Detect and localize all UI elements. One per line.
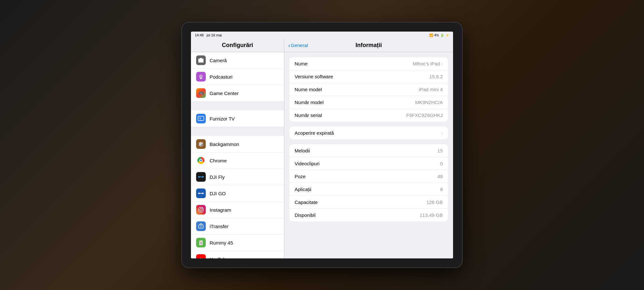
- info-value-aplicatii: 8: [440, 187, 443, 192]
- gamecenter-label: Game Center: [210, 91, 239, 96]
- svg-point-15: [200, 209, 202, 211]
- info-label-videoclipuri: Videoclipuri: [295, 161, 319, 166]
- right-panel: ‹ General Informații Nume Mihoc's iPad ›: [284, 39, 453, 258]
- info-label-versiune: Versiune software: [295, 74, 333, 79]
- chrome-icon: [196, 156, 206, 165]
- info-row-versiune: Versiune software 15.8.2: [289, 70, 448, 83]
- sidebar-item-itransfer[interactable]: iTransfer: [191, 218, 284, 235]
- wifi-icon: 📶: [429, 34, 433, 37]
- nav-header: ‹ General Informații: [284, 39, 453, 52]
- info-label-acoperire: Acoperire expirată: [295, 130, 334, 136]
- svg-marker-19: [200, 258, 203, 258]
- info-value-acoperire: ›: [441, 130, 443, 136]
- djifly-icon: [196, 172, 206, 182]
- sidebar-item-djifly[interactable]: DJI Fly: [191, 169, 284, 185]
- device-info-section: Nume Mihoc's iPad › Versiune software 15…: [289, 57, 448, 121]
- info-row-videoclipuri: Videoclipuri 0: [289, 157, 448, 170]
- sidebar-item-youtube[interactable]: YouTube: [191, 251, 284, 258]
- info-row-nume[interactable]: Nume Mihoc's iPad ›: [289, 57, 448, 70]
- djigo-icon: [196, 188, 206, 198]
- furnizortv-icon: S: [196, 114, 206, 123]
- info-label-numarserial: Număr serial: [295, 112, 322, 118]
- furnizortv-label: Furnizor TV: [210, 116, 235, 121]
- info-row-melodii: Melodii 15: [289, 144, 448, 157]
- info-value-numarmodel: MK9N2HC/A: [415, 100, 443, 105]
- youtube-icon: [196, 254, 206, 258]
- backgammon-label: Backgammon: [210, 141, 239, 147]
- itransfer-label: iTransfer: [210, 224, 229, 229]
- camera-icon: [196, 55, 206, 65]
- djifly-label: DJI Fly: [210, 174, 225, 180]
- svg-rect-8: [198, 177, 204, 177]
- status-time-date: 14:48 joi 16 mai: [195, 33, 222, 37]
- sidebar: Configurări Cameră: [191, 39, 284, 258]
- info-value-disponibil: 113,49 GB: [420, 212, 443, 218]
- info-row-aplicatii: Aplicații 8: [289, 183, 448, 196]
- info-value-capacitate: 128 GB: [426, 199, 443, 205]
- info-row-poze: Poze 48: [289, 170, 448, 183]
- battery-icon: 🔋: [440, 34, 444, 37]
- info-label-numarmodel: Număr model: [295, 100, 324, 105]
- sidebar-item-furnizortv[interactable]: S Furnizor TV: [191, 111, 284, 127]
- info-row-acoperire[interactable]: Acoperire expirată ›: [289, 127, 448, 139]
- info-row-numarserial: Număr serial F9FXC9Z6GHKJ: [289, 109, 448, 121]
- info-value-nume: Mihoc's iPad ›: [413, 61, 443, 66]
- svg-point-16: [202, 208, 203, 209]
- svg-rect-11: [198, 193, 204, 194]
- info-label-capacitate: Capacitate: [295, 199, 318, 205]
- info-label-melodii: Melodii: [295, 148, 310, 153]
- info-row-numemodel: Nume model iPad mini 4: [289, 83, 448, 96]
- nav-back-label: General: [291, 43, 308, 48]
- info-label-nume: Nume: [295, 61, 308, 66]
- info-label-poze: Poze: [295, 174, 306, 179]
- info-value-poze: 48: [437, 174, 443, 179]
- ipad-frame: 14:48 joi 16 mai 📶 4% 🔋 ⚡ Configurări: [182, 23, 462, 267]
- info-value-melodii: 15: [437, 148, 443, 153]
- info-row-capacitate: Capacitate 128 GB: [289, 196, 448, 209]
- instagram-label: Instagram: [210, 207, 231, 213]
- sidebar-item-chrome[interactable]: Chrome: [191, 152, 284, 169]
- chrome-label: Chrome: [210, 158, 227, 163]
- podcasts-icon: [196, 72, 206, 82]
- right-panel-title: Informații: [355, 42, 382, 49]
- sidebar-item-instagram[interactable]: Instagram: [191, 202, 284, 218]
- info-value-versiune: 15.8.2: [429, 74, 443, 79]
- djigo-label: DJI GO: [210, 191, 226, 196]
- info-value-numemodel: iPad mini 4: [419, 87, 443, 92]
- backgammon-icon: 🎲: [196, 139, 206, 149]
- youtube-label: YouTube: [210, 256, 229, 259]
- acoperire-chevron-icon: ›: [441, 130, 443, 136]
- info-label-aplicatii: Aplicații: [295, 187, 311, 192]
- charging-icon: ⚡: [445, 34, 449, 37]
- info-label-disponibil: Disponibil: [295, 212, 316, 218]
- nav-back-button[interactable]: ‹ General: [288, 43, 308, 48]
- sidebar-divider-1: [191, 102, 284, 111]
- info-chevron-nume: ›: [441, 61, 443, 66]
- status-right: 📶 4% 🔋 ⚡: [429, 34, 449, 37]
- itransfer-icon: [196, 221, 206, 231]
- info-row-numarmodel: Număr model MK9N2HC/A: [289, 96, 448, 109]
- back-chevron-icon: ‹: [288, 43, 290, 48]
- ipad-screen: 14:48 joi 16 mai 📶 4% 🔋 ⚡ Configurări: [191, 32, 453, 258]
- main-content: Configurări Cameră: [191, 39, 453, 258]
- status-date: joi 16 mai: [207, 33, 222, 37]
- sidebar-item-camera[interactable]: Cameră: [191, 52, 284, 69]
- sidebar-item-backgammon[interactable]: 🎲 Backgammon: [191, 136, 284, 152]
- svg-point-2: [201, 76, 202, 77]
- info-row-disponibil: Disponibil 113,49 GB: [289, 209, 448, 221]
- status-time: 14:48: [195, 33, 204, 37]
- sidebar-item-gamecenter[interactable]: 🎮 Game Center: [191, 85, 284, 102]
- sidebar-item-djigo[interactable]: DJI GO: [191, 185, 284, 202]
- info-label-numemodel: Nume model: [295, 87, 322, 92]
- media-section: Melodii 15 Videoclipuri 0 Poze 48 Aplica…: [289, 144, 448, 221]
- camera-label: Cameră: [210, 58, 227, 63]
- info-value-videoclipuri: 0: [440, 161, 443, 166]
- sidebar-item-rummy45[interactable]: 🃏 Rummy 45: [191, 235, 284, 251]
- podcasts-label: Podcasturi: [210, 74, 232, 80]
- rummy45-icon: 🃏: [196, 238, 206, 247]
- acoperire-section: Acoperire expirată ›: [289, 127, 448, 139]
- sidebar-item-podcasts[interactable]: Podcasturi: [191, 69, 284, 85]
- battery-text: 4%: [434, 34, 439, 37]
- instagram-icon: [196, 205, 206, 215]
- svg-text:S: S: [199, 117, 201, 120]
